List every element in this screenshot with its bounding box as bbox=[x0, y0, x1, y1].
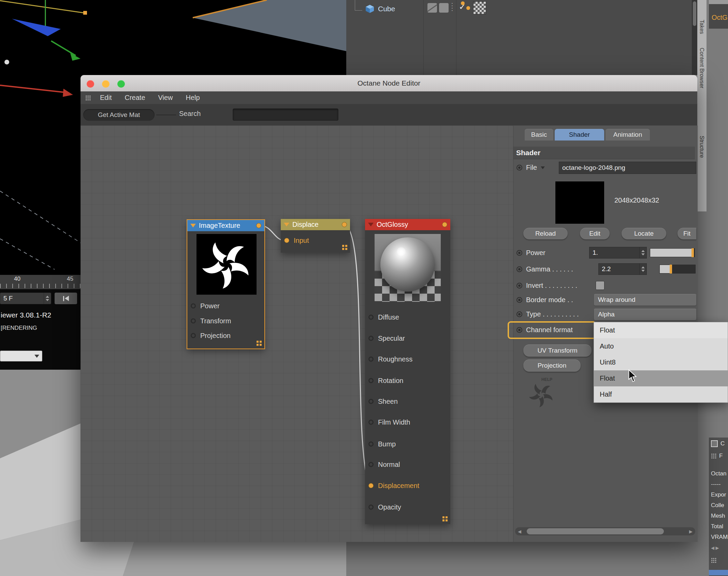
projection-button[interactable]: Projection bbox=[523, 359, 581, 372]
node-imagetexture-header[interactable]: ImageTexture bbox=[187, 220, 264, 231]
side-tab-structure[interactable]: Structure bbox=[699, 136, 705, 158]
port-specular[interactable]: Specular bbox=[368, 335, 405, 342]
output-port-icon[interactable] bbox=[442, 222, 447, 227]
port-film-width[interactable]: Film Width bbox=[368, 418, 410, 426]
scroll-arrows-icon[interactable]: ◀ ▶ bbox=[711, 545, 719, 550]
port-ring-icon[interactable] bbox=[191, 333, 196, 338]
material-dot-icon[interactable] bbox=[466, 6, 470, 10]
file-caret-icon[interactable] bbox=[541, 166, 545, 169]
port-diffuse[interactable]: Diffuse bbox=[368, 313, 399, 321]
tab-animation[interactable]: Animation bbox=[606, 129, 650, 141]
menu-item-uint8[interactable]: Uint8 bbox=[594, 354, 728, 370]
minimize-button[interactable] bbox=[102, 80, 110, 88]
port-ring-icon[interactable] bbox=[368, 378, 374, 383]
collapse-triangle-icon[interactable] bbox=[284, 223, 289, 226]
om-scrollbar[interactable] bbox=[692, 0, 697, 75]
render-tag-icon[interactable] bbox=[427, 3, 437, 13]
search-input[interactable] bbox=[233, 108, 338, 121]
window-titlebar[interactable]: Octane Node Editor bbox=[81, 75, 697, 92]
node-resize-grip[interactable] bbox=[442, 516, 448, 521]
port-rotation[interactable]: Rotation bbox=[368, 377, 404, 385]
tab-shader[interactable]: Shader bbox=[555, 129, 604, 141]
reload-button[interactable]: Reload bbox=[523, 228, 568, 239]
menu-item-auto[interactable]: Auto bbox=[594, 338, 728, 354]
menu-help[interactable]: Help bbox=[179, 94, 206, 102]
param-circle-icon[interactable] bbox=[516, 327, 522, 333]
locate-button[interactable]: Locate bbox=[622, 228, 666, 239]
port-opacity[interactable]: Opacity bbox=[368, 503, 401, 511]
port-ring-icon[interactable] bbox=[368, 357, 374, 362]
param-circle-icon[interactable] bbox=[516, 311, 522, 317]
menu-create[interactable]: Create bbox=[118, 94, 151, 102]
menu-current-value[interactable]: Float bbox=[594, 322, 728, 338]
port-dot-icon[interactable] bbox=[284, 238, 289, 243]
node-octglossy-header[interactable]: OctGlossy bbox=[365, 219, 450, 230]
grid-handle-icon[interactable] bbox=[711, 558, 716, 563]
port-ring-icon[interactable] bbox=[368, 442, 374, 447]
tab-basic[interactable]: Basic bbox=[525, 129, 553, 141]
edit-button[interactable]: Edit bbox=[580, 228, 610, 239]
port-ring-icon[interactable] bbox=[368, 399, 374, 404]
port-normal[interactable]: Normal bbox=[368, 461, 400, 469]
file-path-field[interactable]: octane-logo-2048.png bbox=[559, 162, 696, 174]
node-resize-grip[interactable] bbox=[342, 245, 347, 250]
port-ring-icon[interactable] bbox=[368, 420, 374, 425]
invert-checkbox[interactable] bbox=[596, 281, 605, 290]
node-octglossy[interactable]: OctGlossy Diffuse Specular Roughness Rot… bbox=[365, 219, 450, 524]
object-row-cube[interactable]: Cube bbox=[365, 4, 395, 14]
gamma-stepper[interactable] bbox=[639, 264, 646, 275]
mini-scrollbar[interactable] bbox=[709, 0, 728, 4]
side-tab-takes[interactable]: Takes bbox=[699, 20, 705, 34]
port-transform[interactable]: Transform bbox=[191, 317, 231, 325]
output-port-icon[interactable] bbox=[342, 222, 347, 227]
scroll-right-arrow-icon[interactable]: ▶ bbox=[689, 529, 693, 534]
port-bump[interactable]: Bump bbox=[368, 440, 396, 448]
checkbox-icon[interactable] bbox=[711, 440, 718, 447]
port-ring-icon[interactable] bbox=[368, 505, 374, 510]
menu-grid-icon[interactable] bbox=[85, 95, 91, 101]
material-dot-icon[interactable] bbox=[461, 1, 465, 5]
param-circle-icon[interactable] bbox=[516, 283, 522, 289]
power-slider[interactable] bbox=[650, 248, 695, 257]
scrollbar-thumb[interactable] bbox=[527, 528, 664, 534]
power-value-field[interactable]: 1. bbox=[589, 247, 647, 259]
port-ring-icon[interactable] bbox=[191, 319, 196, 324]
node-resize-grip[interactable] bbox=[257, 341, 262, 346]
port-sheen[interactable]: Sheen bbox=[368, 398, 398, 405]
port-ring-icon[interactable] bbox=[368, 336, 374, 341]
dots-toggle-icon[interactable]: :: bbox=[451, 2, 453, 12]
port-roughness[interactable]: Roughness bbox=[368, 355, 412, 363]
material-name-partial[interactable]: OctG bbox=[712, 14, 728, 21]
texture-tag-thumbnail[interactable] bbox=[473, 1, 486, 14]
power-stepper[interactable] bbox=[639, 247, 646, 258]
timeline-ruler[interactable]: 40 45 bbox=[0, 275, 81, 289]
octane-help-logo[interactable]: HELP bbox=[528, 379, 566, 410]
port-projection[interactable]: Projection bbox=[191, 332, 231, 340]
gamma-value-field[interactable]: 2.2 bbox=[598, 263, 647, 275]
param-circle-icon[interactable] bbox=[516, 250, 522, 256]
node-displace[interactable]: Displace Input bbox=[281, 219, 350, 253]
uv-transform-button[interactable]: UV Transform bbox=[523, 344, 592, 357]
port-input[interactable]: Input bbox=[284, 237, 309, 245]
menu-item-half[interactable]: Half bbox=[594, 386, 728, 402]
side-tab-content-browser[interactable]: Content Browser bbox=[699, 48, 705, 88]
panel-horizontal-scrollbar[interactable]: ◀ ▶ bbox=[515, 527, 695, 535]
port-ring-icon[interactable] bbox=[191, 304, 196, 309]
port-dot-icon[interactable] bbox=[368, 483, 374, 488]
port-ring-icon[interactable] bbox=[368, 462, 374, 467]
preset-dropdown[interactable] bbox=[0, 351, 42, 361]
menu-view[interactable]: View bbox=[152, 94, 179, 102]
collapse-triangle-icon[interactable] bbox=[190, 224, 196, 227]
border-mode-dropdown[interactable]: Wrap around bbox=[594, 294, 696, 306]
close-button[interactable] bbox=[87, 80, 94, 88]
goto-start-button[interactable] bbox=[55, 293, 77, 304]
scroll-left-arrow-icon[interactable]: ◀ bbox=[518, 529, 521, 534]
texture-preview-swatch[interactable] bbox=[555, 181, 604, 224]
port-displacement[interactable]: Displacement bbox=[368, 482, 419, 490]
node-displace-header[interactable]: Displace bbox=[281, 219, 350, 230]
param-circle-icon[interactable] bbox=[516, 266, 522, 272]
param-circle-icon[interactable] bbox=[516, 165, 522, 171]
port-power[interactable]: Power bbox=[191, 302, 220, 310]
menu-item-float[interactable]: Float bbox=[594, 370, 728, 386]
param-circle-icon[interactable] bbox=[516, 297, 522, 303]
